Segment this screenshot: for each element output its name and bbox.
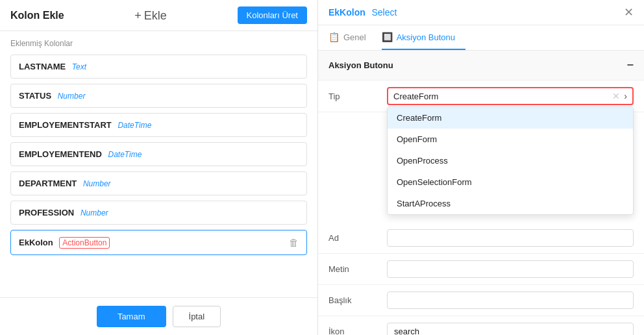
column-info: EkKolon ActionButton xyxy=(19,238,110,247)
ikon-row: İkon xyxy=(318,316,644,335)
col-name: PROFESSION xyxy=(19,208,74,217)
section-label: Eklenmiş Kolonlar xyxy=(10,39,307,48)
col-name: STATUS xyxy=(19,91,51,101)
page-title: Kolon Ekle xyxy=(10,10,64,21)
generate-columns-button[interactable]: Kolonları Üret xyxy=(238,6,307,24)
metin-input[interactable] xyxy=(387,260,634,278)
baslik-row: Başlık xyxy=(318,285,644,316)
column-info: PROFESSION Number xyxy=(19,208,108,217)
tab-aksiyon[interactable]: 🔲 Aksiyon Butonu xyxy=(382,25,465,50)
ad-control xyxy=(387,229,634,247)
arrow-right-icon[interactable]: › xyxy=(624,91,627,101)
tab-genel-label: Genel xyxy=(343,32,366,42)
ad-label: Ad xyxy=(328,233,387,243)
right-header: EkKolon Select ✕ xyxy=(318,0,644,25)
collapse-icon[interactable]: − xyxy=(626,58,634,72)
col-type: DateTime xyxy=(118,121,151,130)
section-aksiyon-label: Aksiyon Butonu xyxy=(328,60,393,70)
right-header-titles: EkKolon Select xyxy=(328,7,397,18)
left-body: Eklenmiş Kolonlar LASTNAME Text STATUS N… xyxy=(0,31,317,297)
list-item[interactable]: EMPLOYEMENTEND DateTime xyxy=(10,142,307,166)
left-panel: Kolon Ekle + Ekle Kolonları Üret Eklenmi… xyxy=(0,0,318,335)
list-item[interactable]: PROFESSION Number xyxy=(10,201,307,225)
list-item[interactable]: LASTNAME Text xyxy=(10,55,307,79)
aksiyon-icon: 🔲 xyxy=(382,32,393,42)
right-title: EkKolon xyxy=(328,7,365,18)
add-button[interactable]: + Ekle xyxy=(134,10,167,21)
dropdown-list: CreateForm OpenForm OpenProcess OpenSele… xyxy=(387,106,634,215)
delete-icon[interactable]: 🗑 xyxy=(289,237,299,248)
col-type-action: ActionButton xyxy=(59,237,110,249)
section-aksiyon-butonu: Aksiyon Butonu − xyxy=(318,51,644,81)
plus-icon: + xyxy=(134,10,142,21)
col-type: Number xyxy=(83,179,111,188)
tip-label: Tip xyxy=(328,92,387,101)
tip-row: Tip ✕ › CreateForm OpenForm OpenProcess … xyxy=(318,81,644,112)
dropdown-item-startaprocess[interactable]: StartAProcess xyxy=(388,193,633,214)
column-info: LASTNAME Text xyxy=(19,62,86,71)
metin-row: Metin xyxy=(318,254,644,285)
left-header: Kolon Ekle + Ekle Kolonları Üret xyxy=(0,0,317,31)
baslik-input[interactable] xyxy=(387,292,634,309)
col-name: EkKolon xyxy=(19,238,53,247)
baslik-control xyxy=(387,292,634,309)
col-type: Number xyxy=(58,92,86,101)
right-body: Aksiyon Butonu − Tip ✕ › CreateForm Open… xyxy=(318,51,644,335)
ikon-input[interactable] xyxy=(387,323,634,335)
ikon-control xyxy=(387,323,634,335)
right-panel: EkKolon Select ✕ 📋 Genel 🔲 Aksiyon Buton… xyxy=(318,0,644,335)
col-name: EMPLOYEMENTEND xyxy=(19,149,102,159)
tab-genel[interactable]: 📋 Genel xyxy=(328,25,377,50)
col-name: LASTNAME xyxy=(19,62,66,71)
col-type: Text xyxy=(72,62,86,71)
tabs-row: 📋 Genel 🔲 Aksiyon Butonu xyxy=(318,25,644,51)
right-subtitle: Select xyxy=(371,7,397,18)
metin-label: Metin xyxy=(328,264,387,274)
col-type: Number xyxy=(80,208,108,217)
cancel-button[interactable]: İptal xyxy=(173,306,221,327)
ok-button[interactable]: Tamam xyxy=(97,306,166,327)
ad-input[interactable] xyxy=(387,229,634,247)
tip-control: ✕ › CreateForm OpenForm OpenProcess Open… xyxy=(387,87,634,105)
dropdown-item-openselectionform[interactable]: OpenSelectionForm xyxy=(388,171,633,193)
dropdown-item-createform[interactable]: CreateForm xyxy=(388,107,633,129)
left-footer: Tamam İptal xyxy=(0,297,317,335)
column-info: EMPLOYEMENTSTART DateTime xyxy=(19,120,151,130)
add-label: Ekle xyxy=(144,10,167,21)
tab-aksiyon-label: Aksiyon Butonu xyxy=(397,32,455,42)
dropdown-item-openform[interactable]: OpenForm xyxy=(388,129,633,150)
list-item[interactable]: EMPLOYEMENTSTART DateTime xyxy=(10,113,307,137)
column-info: DEPARTMENT Number xyxy=(19,179,111,188)
column-info: EMPLOYEMENTEND DateTime xyxy=(19,149,142,159)
baslik-label: Başlık xyxy=(328,295,387,305)
metin-control xyxy=(387,260,634,278)
clear-icon[interactable]: ✕ xyxy=(612,91,620,101)
col-type: DateTime xyxy=(108,150,142,159)
tip-input-wrapper[interactable]: ✕ › xyxy=(387,87,634,105)
genel-icon: 📋 xyxy=(328,32,340,42)
ikon-label: İkon xyxy=(328,327,387,335)
close-icon[interactable]: ✕ xyxy=(624,6,634,18)
col-name: EMPLOYEMENTSTART xyxy=(19,120,112,130)
ad-row: Ad xyxy=(318,223,644,254)
list-item[interactable]: STATUS Number xyxy=(10,84,307,108)
column-info: STATUS Number xyxy=(19,91,85,101)
list-item[interactable]: EkKolon ActionButton 🗑 xyxy=(10,230,307,255)
dropdown-item-openprocess[interactable]: OpenProcess xyxy=(388,150,633,171)
list-item[interactable]: DEPARTMENT Number xyxy=(10,171,307,195)
col-name: DEPARTMENT xyxy=(19,179,77,188)
tip-input[interactable] xyxy=(393,92,612,101)
